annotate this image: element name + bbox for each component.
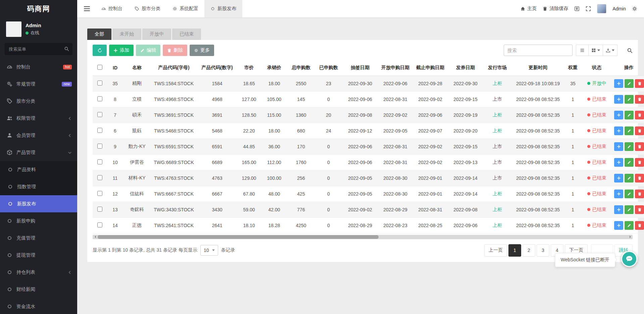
- row-edit-button[interactable]: [625, 190, 634, 198]
- search-icon[interactable]: [627, 48, 633, 53]
- topnav-tab-console[interactable]: 控制台: [95, 0, 129, 17]
- row-select-cell: [93, 107, 107, 123]
- row-add-button[interactable]: [614, 142, 623, 151]
- sidebar-item-withdraw[interactable]: 提现管理: [0, 247, 77, 264]
- topbar-username[interactable]: Admin: [612, 6, 626, 11]
- row-add-button[interactable]: [614, 95, 623, 104]
- scrollbar-thumb[interactable]: [98, 235, 379, 239]
- row-edit-button[interactable]: [625, 79, 634, 88]
- market-link[interactable]: 上柜: [493, 222, 502, 228]
- sidebar-item-stock-category[interactable]: 股市分类: [0, 93, 77, 110]
- row-delete-button[interactable]: [635, 95, 644, 104]
- row-add-button[interactable]: [614, 190, 623, 198]
- row-checkbox[interactable]: [97, 112, 102, 117]
- chat-button[interactable]: [621, 251, 637, 267]
- sidebar-item-new-stock-release[interactable]: 新股发布: [0, 195, 77, 212]
- fullscreen-icon[interactable]: [586, 6, 591, 11]
- row-checkbox[interactable]: [97, 144, 102, 149]
- topnav-tab-system-config[interactable]: 系统配置: [166, 0, 204, 17]
- refresh-button[interactable]: [93, 45, 107, 56]
- row-add-button[interactable]: [614, 111, 623, 119]
- home-link[interactable]: 主页: [521, 6, 537, 12]
- row-delete-button[interactable]: [635, 126, 644, 135]
- row-checkbox[interactable]: [97, 128, 102, 133]
- row-checkbox[interactable]: [97, 222, 102, 227]
- market-link[interactable]: 上柜: [493, 191, 502, 196]
- page-size-select[interactable]: 10: [200, 245, 218, 256]
- gear-icon[interactable]: [632, 6, 637, 11]
- sidebar-item-product[interactable]: 产品管理: [0, 144, 77, 161]
- row-add-button[interactable]: [614, 221, 623, 230]
- row-checkbox[interactable]: [97, 175, 102, 180]
- hamburger-icon[interactable]: [84, 6, 90, 11]
- horizontal-scrollbar[interactable]: [93, 235, 633, 239]
- row-delete-button[interactable]: [635, 79, 644, 88]
- row-add-button[interactable]: [614, 126, 623, 135]
- export-dropdown-button[interactable]: [603, 45, 617, 56]
- row-delete-button[interactable]: [635, 174, 644, 182]
- row-edit-button[interactable]: [625, 205, 634, 214]
- market-link[interactable]: 上柜: [493, 128, 502, 133]
- row-checkbox[interactable]: [97, 191, 102, 196]
- edit-button[interactable]: 编辑: [136, 45, 160, 56]
- topbar-avatar[interactable]: [597, 4, 606, 13]
- row-edit-button[interactable]: [625, 126, 634, 135]
- filter-tab-open[interactable]: 开放中: [142, 29, 171, 40]
- row-edit-button[interactable]: [625, 142, 634, 151]
- page-button-1[interactable]: 1: [508, 244, 521, 257]
- market-link[interactable]: 上柜: [493, 81, 502, 86]
- row-checkbox[interactable]: [97, 96, 102, 101]
- row-delete-button[interactable]: [635, 111, 644, 119]
- delete-button[interactable]: 删除: [163, 45, 187, 56]
- clear-cache-button[interactable]: 清除缓存: [543, 6, 568, 12]
- prev-page-button[interactable]: 上一页: [484, 244, 507, 257]
- row-edit-button[interactable]: [625, 174, 634, 182]
- row-add-button[interactable]: [614, 158, 623, 167]
- row-checkbox[interactable]: [97, 81, 102, 86]
- filter-tab-all[interactable]: 全部: [87, 29, 111, 40]
- sidebar-item-product-info[interactable]: 产品资料: [0, 161, 77, 178]
- row-add-button[interactable]: [614, 174, 623, 182]
- page-button-3[interactable]: 3: [537, 244, 549, 257]
- row-edit-button[interactable]: [625, 111, 634, 119]
- topnav-tab-new-stock-release[interactable]: 新股发布: [204, 0, 242, 17]
- sidebar-item-general[interactable]: 常规管理new: [0, 75, 77, 93]
- row-add-button[interactable]: [614, 205, 623, 214]
- row-delete-button[interactable]: [635, 158, 644, 167]
- sidebar-search-input[interactable]: [5, 43, 72, 55]
- market-link[interactable]: 上柜: [493, 207, 502, 212]
- detail-view-button[interactable]: [576, 45, 589, 56]
- row-add-button[interactable]: [614, 79, 623, 88]
- row-delete-button[interactable]: [635, 205, 644, 214]
- row-delete-button[interactable]: [635, 190, 644, 198]
- scroll-right-arrow[interactable]: [628, 235, 633, 239]
- sidebar-item-fund-flow[interactable]: 资金流水: [0, 298, 77, 314]
- sidebar-item-new-stock-subscribe[interactable]: 新股申购: [0, 212, 77, 229]
- page-button-2[interactable]: 2: [523, 244, 535, 257]
- sidebar-item-finance-news[interactable]: 财经新闻: [0, 281, 77, 298]
- row-checkbox[interactable]: [97, 159, 102, 164]
- sidebar-item-positions[interactable]: 持仓列表: [0, 264, 77, 281]
- columns-dropdown-button[interactable]: [589, 45, 603, 56]
- filter-tab-not-started[interactable]: 未开始: [112, 29, 141, 40]
- more-button[interactable]: 更多: [190, 45, 214, 56]
- row-edit-button[interactable]: [625, 95, 634, 104]
- sidebar-item-member[interactable]: 会员管理: [0, 127, 77, 144]
- sidebar-item-recharge[interactable]: 充值管理: [0, 229, 77, 247]
- row-delete-button[interactable]: [635, 221, 644, 230]
- translate-icon[interactable]: [574, 6, 580, 11]
- row-edit-button[interactable]: [625, 221, 634, 230]
- row-edit-button[interactable]: [625, 158, 634, 167]
- topnav-tab-stock-category[interactable]: 股市分类: [129, 0, 166, 17]
- market-link[interactable]: 上柜: [493, 112, 502, 117]
- filter-tab-ended[interactable]: 已结束: [172, 29, 201, 40]
- sidebar-item-index-manage[interactable]: 指数管理: [0, 178, 77, 195]
- table-search-input[interactable]: [504, 45, 573, 56]
- select-all-checkbox[interactable]: [97, 65, 102, 70]
- row-checkbox[interactable]: [97, 207, 102, 212]
- row-delete-button[interactable]: [635, 142, 644, 151]
- sidebar-item-console[interactable]: 控制台hot: [0, 58, 77, 75]
- sidebar-item-permission[interactable]: 权限管理: [0, 110, 77, 127]
- scroll-left-arrow[interactable]: [93, 235, 97, 239]
- add-button[interactable]: 添加: [109, 45, 134, 56]
